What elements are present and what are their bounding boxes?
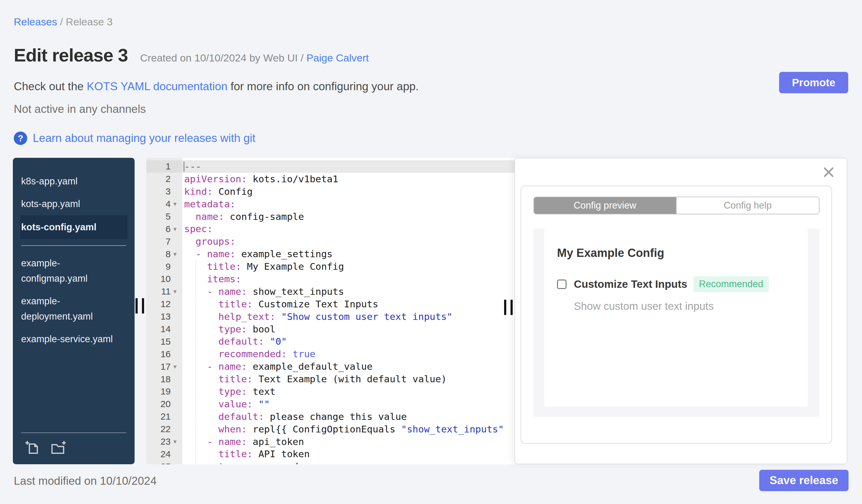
sidebar-file-item[interactable]: kots-app.yaml: [13, 193, 134, 215]
indent-guide: [195, 398, 196, 410]
line-number: 21: [146, 411, 171, 422]
line-number: 16: [146, 349, 171, 359]
indent-guide: [195, 361, 196, 372]
gutter-cell: 12: [146, 298, 182, 310]
line-number: 1: [146, 161, 171, 172]
breadcrumb-current: Release 3: [66, 16, 113, 27]
gutter-cell: 25: [146, 460, 182, 464]
line-number: 8: [146, 249, 171, 259]
file-name-text: deployment.yaml: [21, 309, 129, 324]
indent-guide: [195, 373, 196, 385]
fold-arrow-icon[interactable]: ▾: [171, 225, 179, 233]
gutter-cell: 21: [146, 410, 182, 423]
config-preview-panel: Config preview Config help My Example Co…: [514, 158, 847, 464]
fold-arrow-icon[interactable]: ▾: [171, 288, 179, 295]
tab-config-help[interactable]: Config help: [676, 197, 819, 214]
save-release-button[interactable]: Save release: [759, 470, 849, 491]
gutter-cell: 9: [146, 260, 182, 273]
git-releases-link[interactable]: Learn about managing your releases with …: [33, 132, 256, 145]
indent-guide: [195, 448, 196, 460]
author-link[interactable]: Paige Calvert: [306, 52, 369, 64]
indent-guide: [195, 411, 196, 422]
docs-prefix: Check out the: [14, 80, 87, 93]
fold-arrow-icon[interactable]: ▾: [171, 200, 179, 208]
release-editor-page: Releases / Release 3 Edit release 3 Crea…: [0, 0, 862, 504]
customize-text-inputs-checkbox[interactable]: [557, 279, 566, 289]
indent-guide: [195, 311, 196, 322]
new-folder-icon[interactable]: [51, 440, 67, 455]
line-number: 19: [146, 386, 171, 397]
gutter-cell: 3: [146, 185, 182, 198]
file-name-text: kots-config.yaml: [21, 220, 128, 235]
sidebar-file-item[interactable]: example-configmap.yaml: [13, 252, 134, 290]
gutter-cell: 6▾: [146, 223, 182, 235]
sidebar-file-item[interactable]: kots-config.yaml: [20, 215, 128, 239]
gutter-cell: 23▾: [146, 436, 182, 448]
indent-guide: [195, 323, 196, 335]
fold-arrow-icon[interactable]: ▾: [171, 251, 179, 258]
config-item-label: Customize Text Inputs: [574, 278, 687, 290]
help-icon: ?: [14, 132, 27, 145]
tab-config-preview[interactable]: Config preview: [534, 197, 676, 214]
line-number: 20: [146, 399, 171, 409]
config-item-row: Customize Text Inputs Recommended: [557, 276, 796, 292]
docs-line: Check out the KOTS YAML documentation fo…: [14, 80, 419, 93]
line-number: 15: [146, 336, 171, 347]
gutter-cell: 5: [146, 210, 182, 223]
line-number: 6: [146, 224, 171, 234]
panel-resize-handle[interactable]: [504, 300, 513, 315]
indent-guide: [195, 436, 196, 448]
line-number: 22: [146, 424, 171, 434]
config-group-card: My Example Config Customize Text Inputs …: [544, 229, 808, 407]
gutter-cell: 2: [146, 173, 182, 185]
sidebar-resize-handle[interactable]: [135, 298, 144, 314]
kots-yaml-docs-link[interactable]: KOTS YAML documentation: [87, 80, 227, 93]
fold-arrow-icon[interactable]: ▾: [171, 438, 179, 445]
indent-guide: [195, 299, 196, 310]
config-preview-card: Config preview Config help My Example Co…: [521, 186, 832, 444]
gutter-cell: 19: [146, 385, 182, 398]
config-group-title: My Example Config: [557, 247, 796, 260]
git-help-row[interactable]: ? Learn about managing your releases wit…: [14, 132, 256, 145]
breadcrumb-releases-link[interactable]: Releases: [14, 16, 57, 27]
line-number: 25: [146, 462, 171, 464]
sidebar-file-item[interactable]: example-deployment.yaml: [13, 290, 134, 328]
gutter-cell: 17▾: [146, 360, 182, 373]
line-number: 5: [146, 211, 171, 222]
breadcrumb: Releases / Release 3: [14, 16, 113, 28]
promote-button[interactable]: Promote: [779, 72, 848, 93]
sidebar-bottom: [13, 433, 134, 464]
indent-guide: [195, 461, 196, 464]
file-name-text: example-: [21, 256, 129, 271]
sidebar-file-item[interactable]: example-service.yaml: [13, 328, 134, 350]
fold-arrow-icon[interactable]: ▾: [171, 363, 179, 370]
line-number: 23: [146, 436, 171, 447]
sidebar-file-item[interactable]: k8s-app.yaml: [13, 170, 134, 193]
file-tree-sidebar: k8s-app.yamlkots-app.yamlkots-config.yam…: [13, 158, 134, 464]
gutter-cell: 1: [146, 160, 182, 173]
line-number: 2: [146, 174, 171, 184]
created-on-prefix: Created on 10/10/2024 by Web UI /: [140, 52, 306, 64]
sidebar-divider: [21, 245, 126, 246]
file-list: k8s-app.yamlkots-app.yamlkots-config.yam…: [13, 170, 134, 350]
line-number: 3: [146, 186, 171, 197]
config-item-help-text: Show custom user text inputs: [574, 300, 796, 312]
new-file-icon[interactable]: [25, 440, 40, 455]
preview-tab-group: Config preview Config help: [534, 197, 820, 214]
file-name-text: configmap.yaml: [21, 271, 129, 286]
gutter-cell: 18: [146, 373, 182, 385]
line-number: 7: [146, 236, 171, 247]
indent-guide: [195, 336, 196, 347]
gutter-cell: 4▾: [146, 198, 182, 210]
line-number: 11: [146, 286, 171, 297]
line-number: 18: [146, 374, 171, 384]
gutter-cell: 11▾: [146, 285, 182, 298]
close-icon[interactable]: [823, 167, 835, 178]
line-number: 4: [146, 199, 171, 209]
line-number: 9: [146, 262, 171, 272]
indent-guide: [195, 261, 196, 272]
line-number: 17: [146, 361, 171, 372]
line-number: 13: [146, 311, 171, 322]
channel-status: Not active in any channels: [14, 103, 146, 116]
indent-guide: [195, 286, 196, 297]
